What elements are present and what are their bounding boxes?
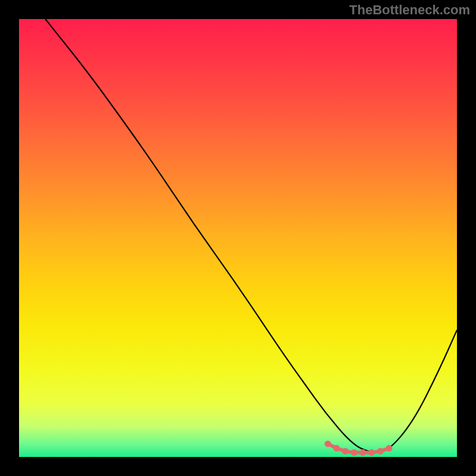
watermark-text: TheBottleneck.com <box>349 2 470 18</box>
valley-dot <box>377 448 384 455</box>
valley-dot <box>324 440 331 447</box>
valley-dot <box>333 445 340 452</box>
valley-dot <box>359 449 366 456</box>
valley-dot <box>368 449 375 456</box>
chart-container: TheBottleneck.com <box>0 0 476 476</box>
valley-dot <box>342 448 349 455</box>
plot-background <box>19 19 457 457</box>
valley-dot <box>386 445 392 452</box>
valley-dot <box>351 449 358 456</box>
bottleneck-curve-plot <box>0 0 476 476</box>
